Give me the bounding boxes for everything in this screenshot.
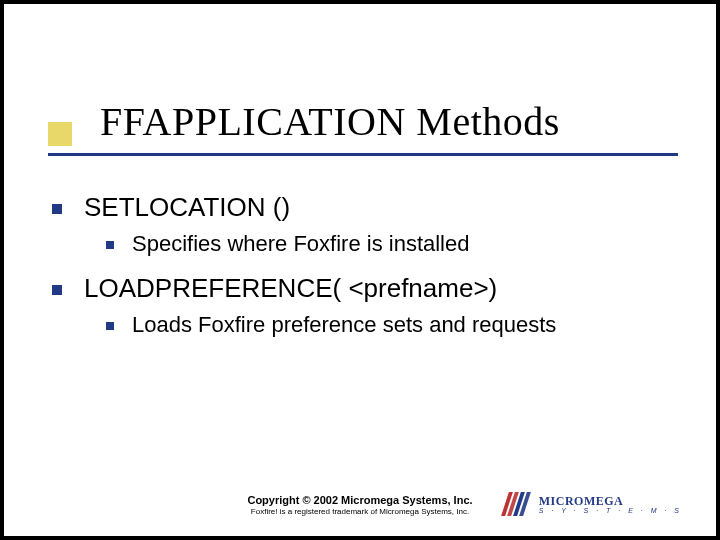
logo-subtitle: S · Y · S · T · E · M · S (539, 507, 682, 514)
list-item: SETLOCATION () (52, 192, 556, 223)
list-item-label: LOADPREFERENCE( <prefname>) (84, 273, 497, 304)
bullet-icon (52, 204, 62, 214)
list-item-label: SETLOCATION () (84, 192, 290, 223)
bullet-icon (52, 285, 62, 295)
accent-square (48, 122, 72, 146)
micromega-logo: MICROMEGA S · Y · S · T · E · M · S (503, 492, 682, 516)
bullet-icon (106, 241, 114, 249)
bullet-icon (106, 322, 114, 330)
slide-title: FFAPPLICATION Methods (100, 98, 560, 145)
logo-text: MICROMEGA S · Y · S · T · E · M · S (539, 495, 682, 514)
logo-name: MICROMEGA (539, 495, 682, 507)
slide-body: SETLOCATION () Specifies where Foxfire i… (52, 192, 556, 354)
list-item: LOADPREFERENCE( <prefname>) (52, 273, 556, 304)
logo-mark-icon (503, 492, 533, 516)
slide: FFAPPLICATION Methods SETLOCATION () Spe… (4, 4, 716, 536)
accent-rule (48, 153, 678, 156)
list-subitem: Specifies where Foxfire is installed (106, 231, 556, 257)
list-subitem-label: Specifies where Foxfire is installed (132, 231, 469, 257)
list-subitem: Loads Foxfire preference sets and reques… (106, 312, 556, 338)
list-subitem-label: Loads Foxfire preference sets and reques… (132, 312, 556, 338)
